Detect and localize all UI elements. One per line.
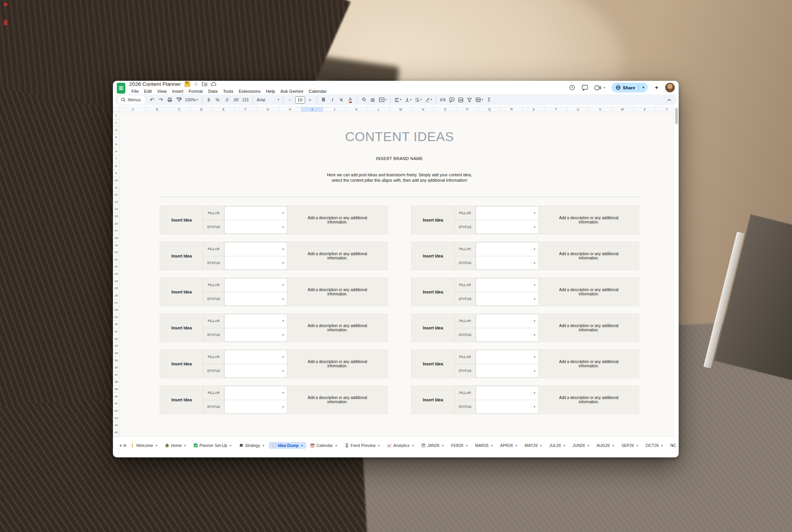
video-call-icon[interactable]: ▾ — [594, 85, 605, 90]
row-header-35[interactable]: 35 — [113, 357, 120, 364]
select-all-corner[interactable] — [113, 107, 120, 112]
row-header-45[interactable]: 45 — [113, 429, 120, 437]
row-header-14[interactable]: 14 — [113, 206, 120, 213]
font-family-select[interactable]: Arial▾ — [256, 95, 280, 104]
column-header-n[interactable]: N — [412, 107, 434, 112]
merge-cells-button[interactable]: ▾ — [378, 95, 388, 104]
row-header-43[interactable]: 43 — [113, 414, 120, 422]
insert-idea-cell[interactable]: Insert Idea — [411, 278, 455, 306]
pillar-dropdown[interactable]: ▼ — [476, 350, 539, 364]
row-header-32[interactable]: 32 — [113, 335, 120, 343]
menu-item-file[interactable]: File — [129, 88, 141, 94]
insert-idea-cell[interactable]: Insert Idea — [160, 206, 203, 234]
row-header-20[interactable]: 20 — [113, 249, 120, 256]
text-rotation-button[interactable]: ▾ — [424, 95, 434, 104]
row-header-29[interactable]: 29 — [113, 314, 120, 321]
move-folder-icon[interactable] — [202, 82, 207, 87]
font-size-input[interactable]: 10 — [295, 96, 305, 104]
zoom-select[interactable]: 100%▾ — [184, 95, 199, 104]
column-header-y[interactable]: Y — [656, 107, 674, 112]
row-header-31[interactable]: 31 — [113, 328, 120, 336]
account-avatar[interactable] — [665, 83, 675, 92]
column-header-r[interactable]: R — [501, 107, 523, 112]
menu-item-data[interactable]: Data — [206, 88, 220, 94]
text-color-button[interactable]: A — [346, 95, 354, 104]
sheet-tab-analytics[interactable]: Analytics▼ — [384, 442, 417, 449]
column-header-p[interactable]: P — [456, 107, 478, 112]
bold-button[interactable]: B — [320, 95, 328, 104]
insert-idea-cell[interactable]: Insert Idea — [411, 206, 455, 234]
comments-icon[interactable] — [582, 85, 588, 91]
column-header-l[interactable]: L — [368, 107, 390, 112]
insert-link-icon[interactable] — [439, 95, 447, 104]
format-currency-button[interactable]: $ — [205, 95, 213, 104]
row-header-18[interactable]: 18 — [113, 235, 120, 242]
pillar-dropdown[interactable]: ▼ — [224, 206, 287, 220]
column-header-v[interactable]: V — [589, 107, 611, 112]
insert-idea-cell[interactable]: Insert Idea — [160, 386, 203, 414]
share-caret-icon[interactable]: ▼ — [639, 86, 648, 89]
pillar-dropdown[interactable]: ▼ — [224, 278, 287, 292]
star-icon[interactable]: ☆ — [194, 82, 198, 87]
insert-idea-cell[interactable]: Insert Idea — [411, 242, 455, 270]
column-header-e[interactable]: E — [213, 107, 235, 112]
menu-item-view[interactable]: View — [155, 88, 169, 94]
all-sheets-icon[interactable]: ≡ — [123, 442, 126, 448]
row-header-22[interactable]: 22 — [113, 263, 120, 271]
column-header-w[interactable]: W — [611, 107, 633, 112]
row-header-8[interactable]: 8 — [113, 162, 120, 170]
column-header-d[interactable]: D — [191, 107, 213, 112]
sheet-tab-jul26[interactable]: JUL26▼ — [546, 442, 568, 449]
row-header-23[interactable]: 23 — [113, 271, 120, 278]
pillar-dropdown[interactable]: ▼ — [224, 350, 287, 364]
italic-button[interactable]: I — [329, 95, 336, 104]
increase-decimal-button[interactable]: .00 — [232, 95, 240, 104]
sheet-tab-welcome[interactable]: Welcome▼ — [127, 442, 161, 449]
sheet-tab-mar26[interactable]: MAR26▼ — [472, 442, 496, 449]
column-header-a[interactable]: A — [120, 107, 146, 112]
status-dropdown[interactable]: ▼ — [476, 400, 539, 414]
row-header-10[interactable]: 10 — [113, 177, 120, 184]
sheet-tab-planner-set-up[interactable]: Planner Set-Up▼ — [190, 442, 235, 449]
insert-idea-cell[interactable]: Insert Idea — [160, 278, 203, 306]
description-cell[interactable]: Add a description or any additional info… — [287, 314, 387, 342]
column-header-k[interactable]: K — [346, 107, 368, 112]
status-dropdown[interactable]: ▼ — [224, 292, 287, 306]
pillar-dropdown[interactable]: ▼ — [476, 314, 539, 328]
description-cell[interactable]: Add a description or any additional info… — [539, 206, 639, 234]
column-header-o[interactable]: O — [434, 107, 456, 112]
vertical-align-button[interactable]: ▾ — [404, 95, 413, 104]
strikethrough-button[interactable]: S — [338, 95, 345, 104]
sheet-tab-strategy[interactable]: Strategy▼ — [236, 442, 268, 449]
row-header-17[interactable]: 17 — [113, 227, 120, 235]
row-header-39[interactable]: 39 — [113, 386, 120, 393]
paint-format-icon[interactable] — [175, 95, 183, 104]
description-cell[interactable]: Add a description or any additional info… — [287, 242, 387, 270]
insert-comment-icon[interactable] — [448, 95, 456, 104]
row-header-16[interactable]: 16 — [113, 220, 120, 227]
sheet-tab-jun26[interactable]: JUN26▼ — [569, 442, 592, 449]
row-header-5[interactable]: 5 — [113, 141, 120, 148]
vertical-scrollbar-thumb[interactable] — [675, 108, 678, 124]
sheet-tab-jan26[interactable]: JAN26▼ — [418, 442, 447, 449]
row-header-42[interactable]: 42 — [113, 408, 120, 415]
column-header-j[interactable]: J — [323, 107, 345, 112]
pillar-dropdown[interactable]: ▼ — [224, 314, 287, 328]
description-cell[interactable]: Add a description or any additional info… — [287, 386, 387, 414]
column-header-g[interactable]: G — [257, 107, 279, 112]
decrease-font-size-button[interactable]: − — [286, 95, 294, 104]
undo-icon[interactable]: ↶ — [148, 95, 156, 104]
horizontal-scrollbar[interactable] — [113, 437, 679, 442]
column-header-h[interactable]: H — [279, 107, 301, 112]
menu-item-help[interactable]: Help — [264, 88, 278, 94]
vertical-scrollbar[interactable] — [674, 107, 679, 437]
description-cell[interactable]: Add a description or any additional info… — [287, 278, 387, 306]
description-cell[interactable]: Add a description or any additional info… — [539, 278, 639, 306]
description-cell[interactable]: Add a description or any additional info… — [539, 242, 639, 270]
insert-idea-cell[interactable]: Insert Idea — [160, 350, 203, 378]
search-menus-button[interactable]: Menus — [118, 95, 145, 104]
share-button[interactable]: Share ▼ — [611, 83, 648, 92]
insert-idea-cell[interactable]: Insert Idea — [411, 350, 455, 378]
insert-idea-cell[interactable]: Insert Idea — [411, 386, 455, 414]
collapse-toolbar-icon[interactable] — [665, 95, 673, 104]
